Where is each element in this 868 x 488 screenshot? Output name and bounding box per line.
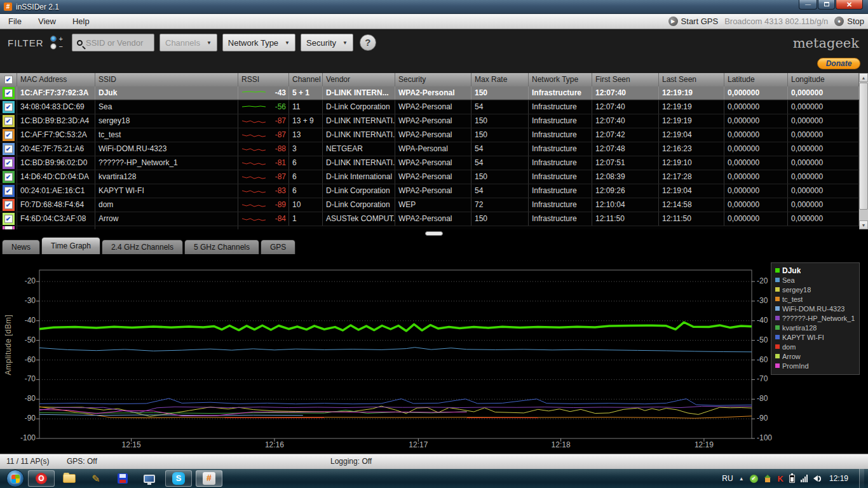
network-color-checkbox[interactable]: ✔ bbox=[3, 213, 15, 225]
security-dropdown[interactable]: Security▼ bbox=[301, 34, 353, 51]
network-color-checkbox[interactable]: ✔ bbox=[3, 129, 15, 141]
taskbar-editor[interactable]: ✎ bbox=[84, 470, 108, 487]
y-axis-label: Amplitude [dBm] bbox=[4, 315, 13, 376]
network-color-checkbox[interactable]: ✔ bbox=[3, 157, 15, 169]
column-header[interactable]: Vendor bbox=[323, 73, 395, 86]
pane-splitter[interactable] bbox=[0, 229, 868, 237]
network-type-dropdown[interactable]: Network Type▼ bbox=[222, 34, 295, 51]
table-row[interactable]: ✔20:4E:7F:75:21:A6WiFi-DOM.RU-4323-883NE… bbox=[0, 142, 868, 156]
taskbar-skype[interactable]: S bbox=[165, 470, 192, 487]
tab-gps[interactable]: GPS bbox=[261, 240, 295, 254]
tab-news[interactable]: News bbox=[2, 240, 40, 254]
menu-help[interactable]: Help bbox=[64, 17, 98, 26]
tab-bar: NewsTime Graph2.4 GHz Channels5 GHz Chan… bbox=[0, 237, 868, 254]
adapter-dropdown[interactable]: Broadcom 4313 802.11b/g/n bbox=[724, 17, 828, 26]
start-gps-button[interactable]: ▶ Start GPS bbox=[668, 17, 719, 26]
scroll-up-icon[interactable]: ▲ bbox=[859, 73, 868, 82]
taskbar-opera[interactable]: O bbox=[28, 470, 55, 487]
legend-label: ??????-HP_Network_1 bbox=[782, 315, 855, 322]
column-header[interactable]: Max Rate bbox=[471, 73, 529, 86]
column-header[interactable]: Security bbox=[395, 73, 471, 86]
column-header[interactable]: Last Seen bbox=[659, 73, 724, 86]
column-header[interactable]: First Seen bbox=[592, 73, 659, 86]
table-row[interactable]: ✔1C:AF:F7:37:92:3ADJuk-435 + 1D-LINK INT… bbox=[0, 86, 868, 100]
x-tick-label: 12:19 bbox=[690, 440, 718, 449]
scrollbar-thumb[interactable] bbox=[859, 83, 868, 210]
filter-exclude-radio[interactable] bbox=[50, 43, 57, 50]
taskbar-display-settings[interactable] bbox=[137, 470, 161, 487]
table-row[interactable]: ✔1C:BD:B9:96:02:D0??????-HP_Network_1-81… bbox=[0, 156, 868, 170]
donate-button[interactable]: Donate bbox=[817, 58, 860, 69]
tray-expand-icon[interactable]: ▲ bbox=[739, 476, 744, 482]
column-header[interactable]: Longitude bbox=[788, 73, 859, 86]
longitude: 0,000000 bbox=[788, 184, 859, 198]
taskbar-clock[interactable]: 12:19 bbox=[829, 474, 848, 483]
table-row[interactable]: ✔34:08:04:83:DC:69Sea-5611D-Link Corpora… bbox=[0, 100, 868, 114]
tab-2-4-ghz-channels[interactable]: 2.4 GHz Channels bbox=[102, 240, 183, 254]
skype-online-icon[interactable]: ✔ bbox=[750, 475, 758, 483]
max-rate: 54 bbox=[471, 184, 529, 198]
help-button[interactable]: ? bbox=[360, 34, 376, 51]
network-color-checkbox[interactable]: ✔ bbox=[3, 199, 15, 211]
search-box[interactable] bbox=[72, 34, 154, 51]
start-button[interactable] bbox=[6, 470, 24, 487]
maximize-button[interactable] bbox=[818, 0, 835, 10]
column-header[interactable]: Latitude bbox=[724, 73, 788, 86]
max-rate: 150 bbox=[471, 114, 529, 128]
table-row[interactable]: ✔14:D6:4D:CD:04:DAkvartira128-876D-Link … bbox=[0, 170, 868, 184]
network-color-checkbox[interactable]: ✔ bbox=[3, 143, 15, 155]
max-rate: 54 bbox=[471, 100, 529, 114]
network-color-checkbox[interactable]: ✔ bbox=[3, 115, 15, 127]
tab-5-ghz-channels[interactable]: 5 GHz Channels bbox=[184, 240, 259, 254]
kaspersky-icon[interactable]: K bbox=[778, 474, 783, 484]
table-row[interactable]: ✔00:24:01:AE:16:C1KAPYT WI-FI-836D-Link … bbox=[0, 184, 868, 198]
language-indicator[interactable]: RU bbox=[722, 474, 733, 483]
table-row[interactable]: ✔1C:BD:B9:B2:3D:A4sergey18-8713 + 9D-LIN… bbox=[0, 114, 868, 128]
channels-dropdown[interactable]: Channels▼ bbox=[159, 34, 217, 51]
menu-file[interactable]: File bbox=[0, 17, 30, 26]
tab-time-graph[interactable]: Time Graph bbox=[41, 237, 100, 254]
table-row[interactable]: ✔1C:AF:F7:9C:53:2Atc_test-8713D-LINK INT… bbox=[0, 128, 868, 142]
network-color-checkbox[interactable]: ✔ bbox=[3, 171, 15, 183]
legend-swatch bbox=[775, 344, 780, 349]
taskbar-save[interactable] bbox=[111, 470, 135, 487]
column-header[interactable]: SSID bbox=[95, 73, 238, 86]
chevron-down-icon: ▼ bbox=[342, 40, 348, 46]
scroll-down-icon[interactable]: ▼ bbox=[859, 220, 868, 229]
latitude: 0,000000 bbox=[724, 198, 788, 212]
network-color-checkbox[interactable]: ✔ bbox=[3, 87, 15, 99]
select-all-checkbox[interactable]: ✔ bbox=[4, 76, 13, 84]
column-header[interactable]: Channel bbox=[289, 73, 323, 86]
search-input[interactable] bbox=[86, 38, 149, 48]
skype-icon: S bbox=[172, 472, 185, 485]
battery-icon[interactable] bbox=[789, 475, 795, 483]
show-desktop-button[interactable] bbox=[859, 469, 864, 488]
rssi-sparkline bbox=[241, 173, 267, 181]
filter-include-radio[interactable] bbox=[50, 36, 57, 42]
column-header[interactable]: RSSI bbox=[238, 73, 289, 86]
legend-label: sergey18 bbox=[782, 286, 811, 294]
legend-swatch bbox=[775, 363, 780, 368]
column-header[interactable]: Network Type bbox=[529, 73, 592, 86]
table-row[interactable]: ✔F0:7D:68:48:F4:64dom-8910D-Link Corpora… bbox=[0, 198, 868, 212]
stop-button[interactable]: ● Stop bbox=[834, 17, 864, 26]
close-button[interactable]: ✕ bbox=[836, 0, 863, 10]
column-header[interactable]: MAC Address bbox=[17, 73, 95, 86]
taskbar-explorer[interactable] bbox=[57, 470, 81, 487]
table-row[interactable]: ✔F4:6D:04:C3:AF:08Arrow-841ASUSTek COMPU… bbox=[0, 212, 868, 226]
menu-view[interactable]: View bbox=[30, 17, 64, 26]
taskbar-inssider[interactable]: # bbox=[196, 470, 222, 487]
last-seen: 12:16:23 bbox=[659, 142, 724, 156]
signal-bars-icon[interactable] bbox=[801, 475, 808, 482]
minimize-button[interactable]: — bbox=[799, 0, 817, 10]
table-scrollbar[interactable]: ▲ ▼ bbox=[859, 73, 868, 229]
network-home-icon[interactable] bbox=[764, 475, 772, 483]
latitude: 0,000000 bbox=[724, 114, 788, 128]
mac-address: 1C:AF:F7:9C:53:2A bbox=[17, 128, 95, 142]
network-color-checkbox[interactable]: ✔ bbox=[3, 185, 15, 197]
series-line-??????-HP_Network_1 bbox=[39, 406, 752, 412]
channel: 13 bbox=[289, 128, 323, 142]
volume-icon[interactable] bbox=[813, 475, 821, 482]
splitter-handle[interactable] bbox=[425, 231, 443, 236]
network-color-checkbox[interactable]: ✔ bbox=[3, 101, 15, 113]
